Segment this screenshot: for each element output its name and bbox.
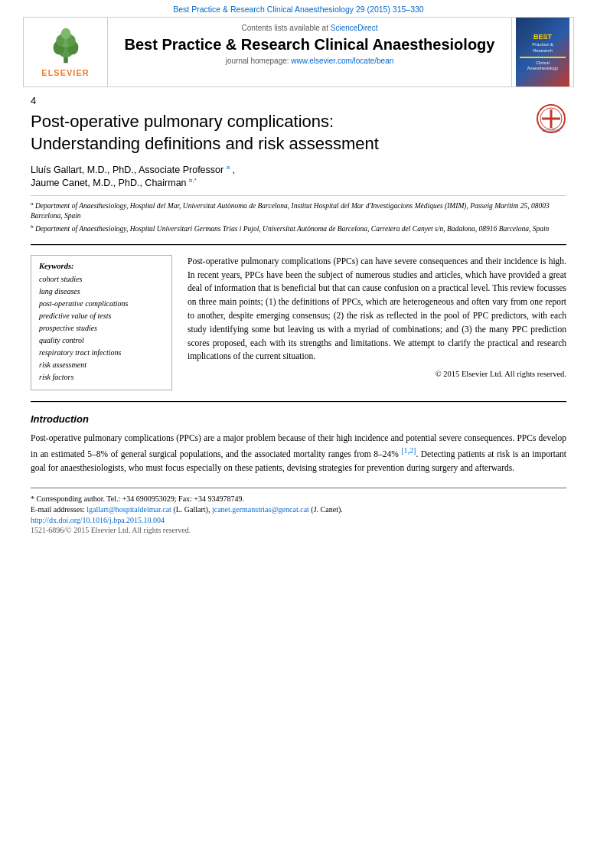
journal-title: Best Practice & Research Clinical Anaest… bbox=[117, 35, 502, 54]
author-2-name: Jaume Canet, M.D., PhD., Chairman bbox=[31, 178, 187, 189]
keyword-3: post-operative complications bbox=[39, 298, 164, 310]
sciencedirect-line: Contents lists available at ScienceDirec… bbox=[117, 24, 502, 32]
abstract-column: Post-operative pulmonary complications (… bbox=[188, 255, 566, 390]
journal-citation: Best Practice & Research Clinical Anaest… bbox=[173, 5, 423, 14]
doi-line[interactable]: http://dx.doi.org/10.1016/j.bpa.2015.10.… bbox=[31, 516, 566, 524]
keyword-7: respiratory tract infections bbox=[39, 347, 164, 359]
email-1[interactable]: lgallart@hospitaldelmar.cat bbox=[86, 505, 171, 514]
affiliation-b-sup: b bbox=[31, 224, 34, 230]
affiliation-a: a Department of Anaesthesiology, Hospita… bbox=[31, 201, 566, 222]
cover-best: BEST bbox=[533, 33, 552, 41]
reference-1-2[interactable]: [1,2] bbox=[401, 446, 416, 455]
emails-label: E-mail addresses: bbox=[31, 505, 85, 514]
author-1-sup: a bbox=[227, 164, 230, 171]
crossmark-container: CrossMark bbox=[536, 103, 566, 137]
journal-homepage: journal homepage: www.elsevier.com/locat… bbox=[117, 57, 502, 65]
journal-info: Contents lists available at ScienceDirec… bbox=[108, 18, 512, 86]
author-2-sup: b,* bbox=[189, 177, 197, 184]
affiliation-b: b Department of Anaesthesiology, Hospita… bbox=[31, 224, 566, 234]
keyword-1: cohort studies bbox=[39, 273, 164, 286]
elsevier-tree-icon bbox=[43, 27, 89, 65]
homepage-prefix: journal homepage: bbox=[226, 57, 289, 65]
sciencedirect-label: ScienceDirect bbox=[331, 24, 378, 32]
elsevier-label: ELSEVIER bbox=[41, 68, 89, 77]
article-title: Post-operative pulmonary complications:U… bbox=[31, 111, 566, 155]
svg-point-7 bbox=[60, 28, 70, 40]
keyword-4: predictive value of tests bbox=[39, 310, 164, 322]
keyword-8: risk assessment bbox=[39, 359, 164, 371]
article-title-section: CrossMark Post-operative pulmonary compl… bbox=[31, 111, 566, 155]
keyword-9: risk factors bbox=[39, 371, 164, 383]
abstract-section: Keywords: cohort studies lung diseases p… bbox=[31, 255, 566, 390]
elsevier-logo-section: ELSEVIER bbox=[24, 18, 108, 86]
introduction-title: Introduction bbox=[31, 413, 566, 425]
author-1-name: Lluís Gallart, M.D., PhD., Associate Pro… bbox=[31, 165, 223, 175]
keywords-title: Keywords: bbox=[39, 262, 164, 270]
copyright-line: © 2015 Elsevier Ltd. All rights reserved… bbox=[188, 370, 566, 378]
abstract-divider-bottom bbox=[31, 245, 566, 246]
sciencedirect-prefix: Contents lists available at bbox=[242, 24, 328, 32]
connector-and: and bbox=[225, 134, 253, 153]
cover-subtitle: Practice &Research bbox=[532, 42, 553, 54]
author-comma: , bbox=[233, 165, 235, 175]
keywords-column: Keywords: cohort studies lung diseases p… bbox=[31, 255, 172, 390]
corresponding-author-line: * Corresponding author. Tel.: +34 690095… bbox=[31, 494, 566, 503]
affiliations-section: a Department of Anaesthesiology, Hospita… bbox=[31, 195, 566, 235]
affiliation-a-sup: a bbox=[31, 201, 34, 207]
journal-cover: BEST Practice &Research ClinicalAnaesthe… bbox=[512, 18, 573, 86]
keyword-2: lung diseases bbox=[39, 286, 164, 298]
journal-cover-image: BEST Practice &Research ClinicalAnaesthe… bbox=[516, 18, 569, 86]
top-banner: Best Practice & Research Clinical Anaest… bbox=[0, 0, 597, 17]
email-addresses-line: E-mail addresses: lgallart@hospitaldelma… bbox=[31, 505, 566, 514]
crossmark-icon: CrossMark bbox=[536, 103, 566, 134]
svg-text:CrossMark: CrossMark bbox=[542, 128, 561, 132]
journal-header: ELSEVIER Contents lists available at Sci… bbox=[23, 17, 574, 87]
abstract-text: Post-operative pulmonary complications (… bbox=[188, 255, 566, 364]
cover-journal-name: ClinicalAnaesthesiology bbox=[527, 60, 558, 71]
article-content: 4 CrossMark Post-operative pulmonary com… bbox=[0, 87, 597, 550]
author-1-line: Lluís Gallart, M.D., PhD., Associate Pro… bbox=[31, 164, 566, 175]
article-number: 4 bbox=[31, 95, 566, 106]
homepage-url: www.elsevier.com/locate/bean bbox=[291, 57, 393, 65]
email-1-author: (L. Gallart), bbox=[173, 505, 210, 514]
doi-url[interactable]: http://dx.doi.org/10.1016/j.bpa.2015.10.… bbox=[31, 516, 165, 524]
email-2[interactable]: jcanet.germanstrias@gencat.cat bbox=[212, 505, 309, 514]
affiliation-b-text: Department of Anaesthesiology, Hospital … bbox=[35, 225, 549, 233]
issn-line: 1521-6896/© 2015 Elsevier Ltd. All right… bbox=[31, 526, 566, 534]
affiliation-a-text: Department of Anaesthesiology, Hospital … bbox=[31, 202, 550, 220]
email-2-author: (J. Canet). bbox=[311, 505, 342, 514]
author-2-line: Jaume Canet, M.D., PhD., Chairman b,* bbox=[31, 177, 566, 188]
keyword-6: quality control bbox=[39, 334, 164, 347]
intro-divider-bottom bbox=[31, 402, 566, 403]
introduction-text: Post-operative pulmonary complications (… bbox=[31, 431, 566, 475]
footnotes-section: * Corresponding author. Tel.: +34 690095… bbox=[31, 488, 566, 534]
keyword-5: prospective studies bbox=[39, 322, 164, 334]
